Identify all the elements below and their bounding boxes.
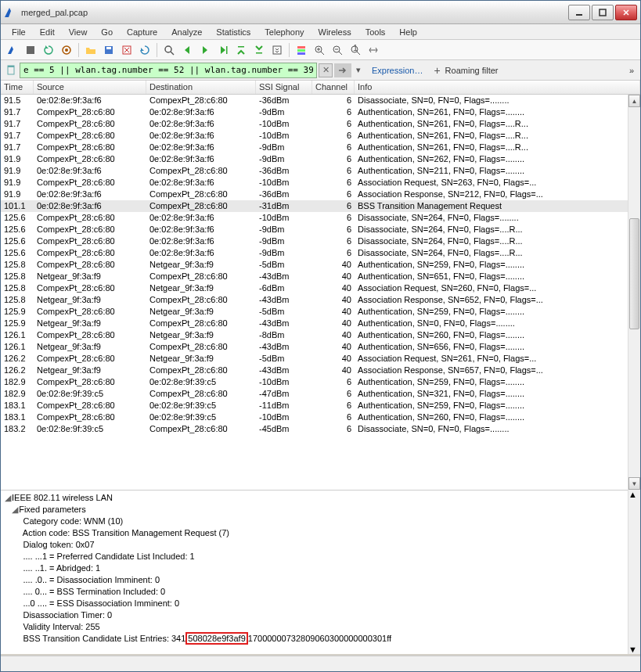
stop-icon[interactable]	[22, 41, 39, 59]
menu-statistics[interactable]: Statistics	[210, 26, 257, 38]
det-bit3[interactable]: .... .0.. = Disassociation Imminent: 0	[23, 575, 160, 584]
resize-cols-icon[interactable]	[365, 41, 382, 59]
packet-row[interactable]: 125.8CompexPt_28:c6:80Netgear_9f:3a:f9-6…	[1, 282, 640, 294]
packet-row[interactable]: 125.8Netgear_9f:3a:f9CompexPt_28:c6:80-4…	[1, 271, 640, 282]
titlebar[interactable]: merged_pal.pcap	[1, 1, 640, 24]
reload-icon[interactable]	[136, 41, 153, 59]
colorize-icon[interactable]	[293, 41, 310, 59]
packet-row[interactable]: 125.6CompexPt_28:c6:800e:02:8e:9f:3a:f6-…	[1, 235, 640, 247]
packet-row[interactable]: 126.2CompexPt_28:c6:80Netgear_9f:3a:f9-5…	[1, 353, 640, 365]
minimize-button[interactable]	[568, 5, 590, 20]
find-icon[interactable]	[160, 41, 178, 59]
det-validity[interactable]: Validity Interval: 255	[23, 622, 99, 631]
packet-details[interactable]: ◢IEEE 802.11 wireless LAN ◢Fixed paramet…	[1, 490, 628, 654]
scroll-up-icon[interactable]: ▲	[628, 490, 640, 499]
packet-row[interactable]: 91.7CompexPt_28:c6:800e:02:8e:9f:3a:f6-1…	[1, 130, 640, 142]
packet-row[interactable]: 125.9Netgear_9f:3a:f9CompexPt_28:c6:80-4…	[1, 318, 640, 329]
col-source[interactable]: Source	[34, 81, 146, 94]
filter-bookmark-icon[interactable]	[4, 64, 18, 77]
scroll-down-icon[interactable]: ▼	[628, 477, 640, 490]
filter-history-dropdown[interactable]: ▾	[353, 63, 364, 77]
zoom-reset-icon[interactable]: 1	[347, 41, 364, 59]
packet-row[interactable]: 125.6CompexPt_28:c6:800e:02:8e:9f:3a:f6-…	[1, 247, 640, 259]
det-entries-pre[interactable]: BSS Transition Candidate List Entries: 3…	[23, 634, 185, 643]
packet-row[interactable]: 183.1CompexPt_28:c6:800e:02:8e:9f:39:c5-…	[1, 400, 640, 411]
packet-row[interactable]: 125.6CompexPt_28:c6:800e:02:8e:9f:3a:f6-…	[1, 212, 640, 224]
menu-go[interactable]: Go	[95, 26, 119, 38]
menu-capture[interactable]: Capture	[121, 26, 164, 38]
save-icon[interactable]	[100, 41, 117, 59]
packet-row[interactable]: 125.8Netgear_9f:3a:f9CompexPt_28:c6:80-4…	[1, 294, 640, 306]
add-filter-button[interactable]: +	[430, 64, 443, 77]
det-bit1[interactable]: .... ...1 = Preferred Candidate List Inc…	[23, 552, 194, 561]
first-icon[interactable]	[232, 41, 250, 59]
packet-row[interactable]: 91.90e:02:8e:9f:3a:f6CompexPt_28:c6:80-3…	[1, 189, 640, 200]
col-channel[interactable]: Channel	[312, 81, 355, 94]
col-time[interactable]: Time	[1, 81, 34, 94]
col-ssi[interactable]: SSI Signal	[256, 81, 312, 94]
packet-list-scrollbar[interactable]: ▲ ▼	[628, 95, 640, 490]
maximize-button[interactable]	[592, 5, 614, 20]
zoom-out-icon[interactable]	[329, 41, 346, 59]
packet-row[interactable]: 182.9CompexPt_28:c6:800e:02:8e:9f:39:c5-…	[1, 376, 640, 388]
prev-icon[interactable]	[178, 41, 196, 59]
col-destination[interactable]: Destination	[146, 81, 256, 94]
shark-fin-icon[interactable]	[4, 41, 21, 59]
menu-file[interactable]: File	[5, 26, 32, 38]
next-icon[interactable]	[196, 41, 214, 59]
det-bit2[interactable]: .... ..1. = Abridged: 1	[23, 563, 100, 573]
packet-row[interactable]: 101.10e:02:8e:9f:3a:f6CompexPt_28:c6:80-…	[1, 200, 640, 212]
zoom-in-icon[interactable]	[311, 41, 328, 59]
det-cat[interactable]: Category code: WNM (10)	[23, 516, 123, 526]
packet-row[interactable]: 91.7CompexPt_28:c6:800e:02:8e:9f:3a:f6-9…	[1, 106, 640, 118]
restart-icon[interactable]	[40, 41, 57, 59]
packet-row[interactable]: 126.1CompexPt_28:c6:80Netgear_9f:3a:f9-8…	[1, 329, 640, 341]
packet-row[interactable]: 91.7CompexPt_28:c6:800e:02:8e:9f:3a:f6-1…	[1, 118, 640, 130]
close-file-icon[interactable]	[118, 41, 135, 59]
apply-filter-button[interactable]	[334, 63, 351, 77]
packet-row[interactable]: 91.9CompexPt_28:c6:800e:02:8e:9f:3a:f6-9…	[1, 153, 640, 165]
packet-row[interactable]: 125.6CompexPt_28:c6:800e:02:8e:9f:3a:f6-…	[1, 224, 640, 235]
last-icon[interactable]	[250, 41, 268, 59]
packet-row[interactable]: 91.50e:02:8e:9f:3a:f6CompexPt_28:c6:80-3…	[1, 95, 640, 106]
packet-list[interactable]: Time Source Destination SSI Signal Chann…	[1, 81, 640, 490]
clear-filter-button[interactable]: ✕	[319, 63, 333, 77]
close-button[interactable]	[615, 5, 637, 20]
open-icon[interactable]	[82, 41, 99, 59]
packet-row[interactable]: 183.1CompexPt_28:c6:800e:02:8e:9f:39:c5-…	[1, 411, 640, 423]
packet-row[interactable]: 91.7CompexPt_28:c6:800e:02:8e:9f:3a:f6-9…	[1, 142, 640, 153]
scroll-up-icon[interactable]: ▲	[628, 95, 640, 107]
scroll-down-icon[interactable]: ▼	[628, 645, 637, 654]
menu-view[interactable]: View	[63, 26, 94, 38]
expression-button[interactable]: Expression…	[366, 66, 429, 75]
menu-edit[interactable]: Edit	[34, 26, 61, 38]
packet-row[interactable]: 126.2Netgear_9f:3a:f9CompexPt_28:c6:80-4…	[1, 365, 640, 376]
det-token[interactable]: Dialog token: 0x07	[23, 540, 94, 549]
packet-row[interactable]: 182.90e:02:8e:9f:39:c5CompexPt_28:c6:80-…	[1, 388, 640, 400]
det-fixed[interactable]: Fixed parameters	[19, 505, 86, 514]
det-header[interactable]: IEEE 802.11 wireless LAN	[12, 493, 113, 502]
packet-row[interactable]: 91.9CompexPt_28:c6:800e:02:8e:9f:3a:f6-1…	[1, 177, 640, 189]
packet-row[interactable]: 183.20e:02:8e:9f:39:c5CompexPt_28:c6:80-…	[1, 423, 640, 435]
det-timer[interactable]: Disassociation Timer: 0	[23, 610, 112, 620]
autoscroll-icon[interactable]	[268, 41, 286, 59]
menu-analyze[interactable]: Analyze	[165, 26, 208, 38]
toolbar-overflow-icon[interactable]: »	[626, 66, 637, 75]
det-bit4[interactable]: .... 0... = BSS Termination Included: 0	[23, 587, 165, 596]
packet-list-header[interactable]: Time Source Destination SSI Signal Chann…	[1, 81, 640, 95]
col-info[interactable]: Info	[355, 81, 640, 94]
packet-row[interactable]: 125.8CompexPt_28:c6:80Netgear_9f:3a:f9-5…	[1, 259, 640, 271]
options-icon[interactable]	[58, 41, 75, 59]
packet-rows[interactable]: 91.50e:02:8e:9f:3a:f6CompexPt_28:c6:80-3…	[1, 95, 640, 435]
details-scrollbar[interactable]: ▲ ▼	[628, 490, 640, 654]
det-bit5[interactable]: ...0 .... = ESS Disassociation Imminent:…	[23, 598, 179, 608]
det-action[interactable]: Action code: BSS Transition Management R…	[23, 528, 229, 537]
menu-help[interactable]: Help	[393, 26, 423, 38]
det-entries-post[interactable]: 17000000732809060300000000301ff	[248, 634, 391, 643]
jump-icon[interactable]	[214, 41, 232, 59]
display-filter-input[interactable]	[20, 63, 317, 78]
menu-wireless[interactable]: Wireless	[312, 26, 358, 38]
roaming-filter-button[interactable]: Roaming filter	[445, 66, 502, 75]
menu-telephony[interactable]: Telephony	[258, 26, 310, 38]
packet-row[interactable]: 126.1Netgear_9f:3a:f9CompexPt_28:c6:80-4…	[1, 341, 640, 353]
